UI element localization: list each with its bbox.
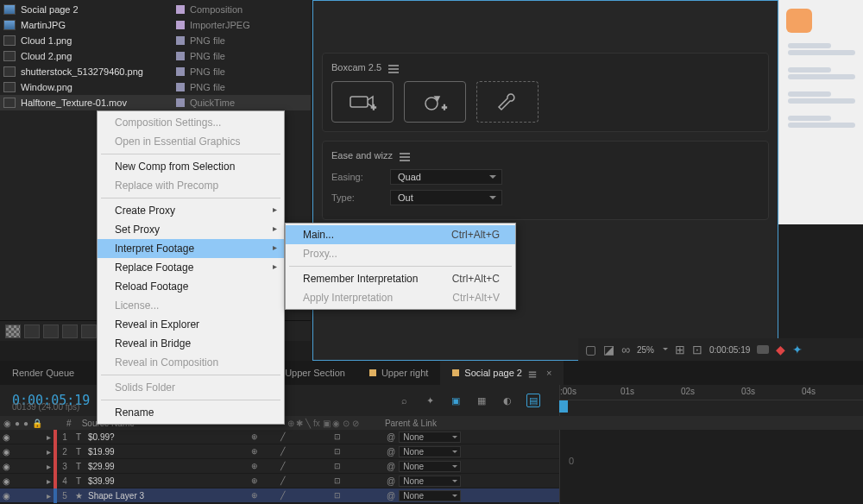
graph-editor-icon[interactable]: ▤ (526, 394, 540, 407)
hamburger-icon[interactable] (400, 156, 410, 158)
switch-icon[interactable]: ╱ (276, 460, 288, 472)
pickwhip-icon[interactable]: @ (387, 462, 395, 471)
transparency-toggle-icon[interactable] (5, 324, 21, 338)
switch-icon[interactable] (318, 431, 330, 443)
visibility-toggle-icon[interactable]: ◉ (0, 462, 12, 471)
lock-column-icon[interactable]: 🔒 (32, 419, 42, 428)
pickwhip-icon[interactable]: @ (387, 491, 395, 501)
timeline-tracks[interactable]: 0 (559, 430, 863, 504)
switch-icon[interactable] (304, 489, 316, 501)
layer-name[interactable]: $19.99 (85, 447, 249, 457)
switch-icon[interactable]: ⊡ (331, 445, 343, 457)
project-item[interactable]: shutterstock_513279460.png PNG file (0, 64, 311, 79)
switch-icon[interactable] (262, 431, 274, 443)
grid-icon[interactable]: ⊞ (675, 343, 685, 356)
switch-icon[interactable]: ⊕ (249, 475, 261, 487)
switch-icon[interactable] (290, 489, 302, 501)
speaker-column-icon[interactable]: ● (15, 419, 20, 428)
submenu-item[interactable]: Main...Ctrl+Alt+G (286, 225, 515, 244)
chevron-right-icon[interactable]: ▸ (43, 476, 54, 486)
chevron-right-icon[interactable]: ▸ (43, 447, 54, 457)
visibility-toggle-icon[interactable]: ◉ (0, 491, 12, 501)
chevron-right-icon[interactable]: ▸ (43, 462, 54, 471)
chevron-down-icon[interactable] (661, 345, 668, 355)
switch-icon[interactable] (318, 460, 330, 472)
switch-icon[interactable]: ⊡ (331, 489, 343, 501)
pickwhip-icon[interactable]: @ (387, 476, 395, 486)
switch-icon[interactable]: ╱ (276, 445, 288, 457)
frame-blend-icon[interactable]: ▦ (475, 394, 488, 407)
new-folder-icon[interactable] (43, 324, 59, 338)
switch-icon[interactable]: ⊕ (249, 460, 261, 472)
comp-mini-icon[interactable]: ✦ (423, 394, 437, 407)
context-menu-item[interactable]: Reveal in Explorer (98, 315, 284, 334)
mask-icon[interactable]: ◪ (603, 343, 614, 356)
project-item[interactable]: Cloud 1.png PNG file (0, 33, 311, 48)
context-menu-item[interactable]: Set Proxy (98, 220, 284, 239)
new-comp-icon[interactable] (62, 324, 78, 338)
ease-dropdown[interactable]: Quad (390, 169, 502, 185)
switch-icon[interactable] (262, 460, 274, 472)
project-item[interactable]: Social page 2 Composition (0, 2, 311, 17)
submenu-item[interactable]: Remember InterpretationCtrl+Alt+C (286, 269, 515, 288)
chevron-right-icon[interactable]: ▸ (43, 491, 54, 501)
switch-icon[interactable] (318, 475, 330, 487)
exposure-icon[interactable]: ✦ (792, 343, 803, 356)
switch-icon[interactable] (262, 445, 274, 457)
switch-icon[interactable] (290, 445, 302, 457)
guide-icon[interactable]: ⊡ (692, 343, 702, 356)
project-item[interactable]: Halftone_Texture-01.mov QuickTime (0, 95, 311, 110)
context-menu-item[interactable]: Create Proxy (98, 201, 284, 220)
monitor-icon[interactable]: ▢ (585, 343, 596, 356)
eye-column-icon[interactable] (3, 419, 11, 428)
context-menu-item[interactable]: Rename (98, 403, 284, 422)
switch-icon[interactable] (290, 460, 302, 472)
project-item[interactable]: MartinJPG ImporterJPEG (0, 17, 311, 33)
project-item[interactable]: Window.png PNG file (0, 79, 311, 95)
footer-time[interactable]: 0:00:05:19 (709, 345, 750, 355)
tab-menu-icon[interactable] (529, 374, 536, 375)
switch-icon[interactable]: ⊡ (331, 431, 343, 443)
hamburger-icon[interactable] (388, 68, 399, 70)
visibility-toggle-icon[interactable]: ◉ (0, 447, 12, 457)
layer-name[interactable]: $29.99 (85, 462, 249, 471)
layer-name[interactable]: Shape Layer 3 (85, 491, 249, 501)
switch-icon[interactable]: ⊕ (249, 431, 261, 443)
switch-icon[interactable] (318, 445, 330, 457)
switch-icon[interactable] (304, 445, 316, 457)
context-menu-item[interactable]: Reload Footage (98, 277, 284, 296)
switch-icon[interactable]: ╱ (276, 489, 288, 501)
delete-icon[interactable] (81, 324, 97, 338)
channel-icon[interactable]: ◆ (776, 343, 785, 356)
boxcam-camera-button[interactable]: + (331, 81, 394, 123)
pickwhip-icon[interactable]: @ (387, 432, 395, 442)
visibility-toggle-icon[interactable]: ◉ (0, 432, 12, 442)
parent-dropdown[interactable]: None (399, 490, 461, 501)
ease-dropdown[interactable]: Out (390, 190, 502, 205)
motion-blur-icon[interactable]: ◐ (501, 394, 514, 407)
switch-icon[interactable]: ⊕ (249, 445, 261, 457)
switch-icon[interactable] (304, 460, 316, 472)
switch-icon[interactable] (290, 475, 302, 487)
parent-dropdown[interactable]: None (399, 432, 461, 443)
context-menu-item[interactable]: New Comp from Selection (98, 157, 284, 176)
chevron-right-icon[interactable]: ▸ (43, 432, 54, 442)
switch-icon[interactable]: ⊡ (331, 460, 343, 472)
glasses-icon[interactable]: ∞ (621, 343, 630, 356)
composition-tab[interactable]: Social page 2× (440, 361, 564, 385)
boxcam-settings-button[interactable] (476, 81, 539, 123)
switch-icon[interactable] (262, 475, 274, 487)
switch-icon[interactable] (318, 489, 330, 501)
switch-icon[interactable]: ⊕ (249, 489, 261, 501)
zoom-value[interactable]: 25% (637, 345, 654, 355)
snapshot-icon[interactable] (757, 345, 769, 354)
bpc-button[interactable] (24, 324, 40, 338)
switch-icon[interactable]: ╱ (276, 431, 288, 443)
shy-icon[interactable]: ▣ (449, 394, 463, 407)
playhead[interactable] (559, 400, 568, 413)
parent-dropdown[interactable]: None (399, 476, 461, 487)
composition-tab[interactable]: Render Queue (0, 361, 86, 385)
switch-icon[interactable] (304, 475, 316, 487)
parent-dropdown[interactable]: None (399, 446, 461, 457)
layer-name[interactable]: $39.99 (85, 476, 249, 486)
